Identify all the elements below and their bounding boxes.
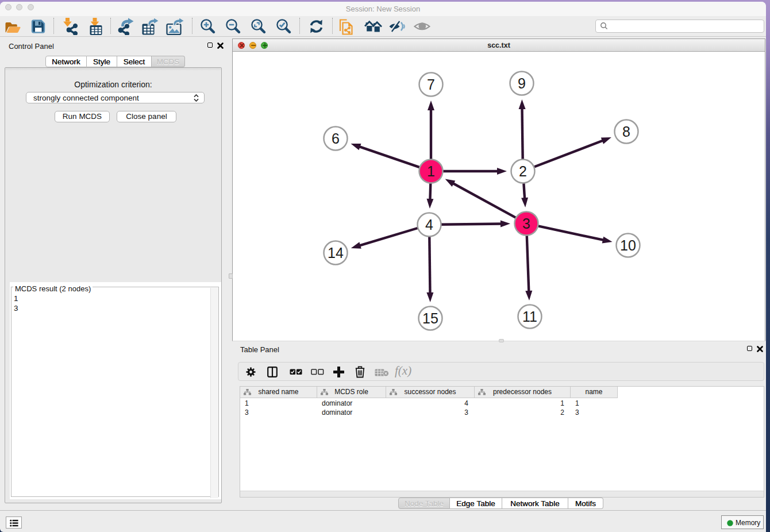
svg-text:11: 11 <box>522 309 537 325</box>
svg-text:2: 2 <box>519 163 527 179</box>
svg-text:9: 9 <box>518 75 526 91</box>
svg-text:15: 15 <box>422 310 438 326</box>
svg-text:4: 4 <box>425 217 433 233</box>
svg-text:6: 6 <box>332 130 340 147</box>
svg-text:1: 1 <box>427 163 435 179</box>
svg-text:10: 10 <box>620 237 636 253</box>
svg-text:7: 7 <box>427 76 435 92</box>
svg-text:3: 3 <box>522 215 530 232</box>
svg-text:14: 14 <box>328 245 344 261</box>
svg-text:8: 8 <box>622 124 630 140</box>
